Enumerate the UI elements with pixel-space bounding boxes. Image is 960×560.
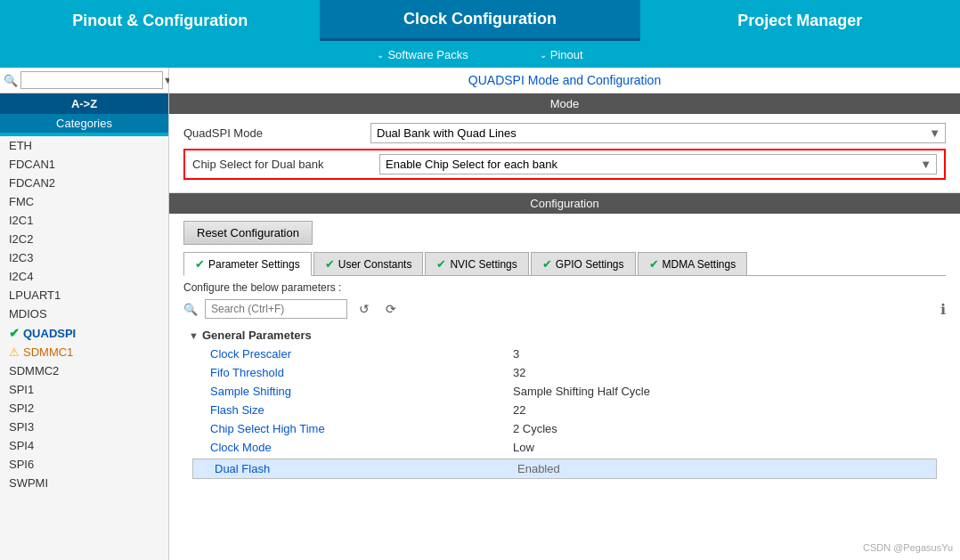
- tab-label: GPIO Settings: [556, 258, 624, 271]
- param-row[interactable]: Chip Select High Time2 Cycles: [183, 419, 946, 438]
- sidebar-item-lpuart1[interactable]: LPUART1: [0, 286, 168, 304]
- param-row[interactable]: Flash Size22: [183, 401, 946, 419]
- chip-select-row-highlighted: Chip Select for Dual bank Enable Chip Se…: [183, 149, 946, 180]
- param-row[interactable]: Clock ModeLow: [183, 438, 946, 457]
- tab-check-icon: ✔: [325, 257, 335, 271]
- top-navigation: Pinout & Configuration Clock Configurati…: [0, 0, 960, 41]
- tabs-bar: ✔Parameter Settings✔User Constants✔NVIC …: [183, 252, 946, 276]
- warning-icon: ⚠: [9, 345, 20, 359]
- nav-project[interactable]: Project Manager: [640, 0, 960, 41]
- tab-gpio-settings[interactable]: ✔GPIO Settings: [531, 252, 636, 275]
- mode-section: QuadSPI Mode Dual Bank with Quad Lines ▼…: [169, 114, 960, 193]
- content-title: QUADSPI Mode and Configuration: [169, 68, 960, 93]
- general-params-group: ▼ General Parameters Clock Prescaler3Fif…: [183, 326, 946, 479]
- param-value: 32: [513, 366, 525, 379]
- param-name: Dual Flash: [215, 462, 517, 475]
- quadspi-mode-select-wrapper: Dual Bank with Quad Lines ▼: [370, 123, 946, 143]
- config-section-header: Configuration: [169, 193, 960, 214]
- sidebar-item-spi3[interactable]: SPI3: [0, 418, 168, 436]
- quadspi-mode-row: QuadSPI Mode Dual Bank with Quad Lines ▼: [183, 123, 946, 143]
- sidebar-item-i2c3[interactable]: I2C3: [0, 248, 168, 267]
- param-name: Sample Shifting: [210, 385, 513, 398]
- tab-check-icon: ✔: [195, 257, 205, 271]
- param-name: Clock Prescaler: [210, 347, 513, 361]
- subnav-software-packs[interactable]: ⌄ Software Packs: [377, 48, 468, 61]
- tab-label: Parameter Settings: [208, 258, 300, 271]
- sidebar-item-sdmmc2[interactable]: SDMMC2: [0, 361, 168, 380]
- chevron-down-icon: ⌄: [540, 50, 547, 60]
- reset-config-button[interactable]: Reset Configuration: [183, 221, 313, 245]
- check-icon: ✔: [9, 326, 20, 340]
- quadspi-mode-select[interactable]: Dual Bank with Quad Lines: [370, 123, 946, 143]
- sidebar-item-fdcan1[interactable]: FDCAN1: [0, 155, 168, 174]
- sidebar-item-i2c4[interactable]: I2C4: [0, 267, 168, 286]
- nav-clock[interactable]: Clock Configuration: [320, 0, 639, 41]
- param-row[interactable]: Clock Prescaler3: [183, 345, 946, 363]
- param-row[interactable]: Sample ShiftingSample Shifting Half Cycl…: [183, 382, 946, 401]
- sidebar-search-area: 🔍 ▼: [0, 68, 168, 93]
- tab-label: NVIC Settings: [450, 258, 517, 271]
- tab-nvic-settings[interactable]: ✔NVIC Settings: [425, 252, 528, 275]
- param-name: Fifo Threshold: [210, 366, 513, 379]
- sidebar-list: ETHFDCAN1FDCAN2FMCI2C1I2C2I2C3I2C4LPUART…: [0, 136, 168, 560]
- sub-navigation: ⌄ Software Packs ⌄ Pinout: [0, 41, 960, 68]
- params-label: Configure the below parameters :: [183, 281, 946, 294]
- sidebar-search-input[interactable]: [20, 71, 163, 89]
- tab-check-icon: ✔: [542, 257, 552, 271]
- sidebar-item-i2c2[interactable]: I2C2: [0, 230, 168, 248]
- nav-pinout[interactable]: Pinout & Configuration: [0, 0, 320, 41]
- param-name: Flash Size: [210, 403, 513, 417]
- mode-section-header: Mode: [169, 93, 960, 114]
- sidebar-item-sdmmc1[interactable]: ⚠SDMMC1: [0, 343, 168, 361]
- config-section: Reset Configuration ✔Parameter Settings✔…: [169, 214, 960, 490]
- param-value: 2 Cycles: [513, 422, 557, 435]
- sidebar-item-fmc[interactable]: FMC: [0, 192, 168, 211]
- param-name: Clock Mode: [210, 441, 513, 454]
- watermark: CSDN @PegasusYu: [863, 542, 953, 553]
- chip-select-label: Chip Select for Dual bank: [192, 158, 379, 171]
- param-value: 22: [513, 403, 525, 417]
- info-icon: ℹ: [940, 301, 946, 318]
- general-params-header: ▼ General Parameters: [183, 326, 946, 345]
- tab-check-icon: ✔: [436, 257, 446, 271]
- param-value: Low: [513, 441, 534, 454]
- sidebar-item-spi2[interactable]: SPI2: [0, 399, 168, 418]
- subnav-pinout[interactable]: ⌄ Pinout: [540, 48, 583, 61]
- sidebar-item-swpmi[interactable]: SWPMI: [0, 474, 168, 492]
- tab-label: MDMA Settings: [663, 258, 736, 271]
- main-layout: 🔍 ▼ A->Z Categories ETHFDCAN1FDCAN2FMCI2…: [0, 68, 960, 560]
- tab-parameter-settings[interactable]: ✔Parameter Settings: [183, 252, 312, 276]
- param-name: Chip Select High Time: [210, 422, 513, 435]
- sidebar-az-button[interactable]: A->Z: [0, 93, 168, 114]
- tab-label: User Constants: [338, 258, 412, 271]
- params-search-input[interactable]: [205, 299, 347, 319]
- search-icon: 🔍: [183, 303, 198, 316]
- sidebar: 🔍 ▼ A->Z Categories ETHFDCAN1FDCAN2FMCI2…: [0, 68, 169, 560]
- sidebar-item-fdcan2[interactable]: FDCAN2: [0, 174, 168, 192]
- search-icon: 🔍: [4, 74, 18, 87]
- sidebar-item-eth[interactable]: ETH: [0, 136, 168, 155]
- general-params-label: General Parameters: [202, 329, 312, 342]
- sidebar-item-quadspi[interactable]: ✔QUADSPI: [0, 323, 168, 343]
- chip-select-wrapper: Enable Chip Select for each bank ▼: [379, 154, 937, 174]
- sidebar-item-spi4[interactable]: SPI4: [0, 436, 168, 455]
- refresh-icon[interactable]: ↺: [354, 299, 374, 319]
- param-rows: Clock Prescaler3Fifo Threshold32Sample S…: [183, 345, 946, 479]
- sidebar-categories-button[interactable]: Categories: [0, 114, 168, 133]
- param-value: Enabled: [517, 462, 560, 475]
- sidebar-item-i2c1[interactable]: I2C1: [0, 211, 168, 230]
- param-value: Sample Shifting Half Cycle: [513, 385, 650, 398]
- params-toolbar: 🔍 ↺ ⟳ ℹ: [183, 299, 946, 319]
- quadspi-mode-label: QuadSPI Mode: [183, 126, 370, 140]
- sidebar-item-mdios[interactable]: MDIOS: [0, 304, 168, 323]
- tab-user-constants[interactable]: ✔User Constants: [313, 252, 424, 275]
- sidebar-item-spi1[interactable]: SPI1: [0, 380, 168, 399]
- param-row[interactable]: Fifo Threshold32: [183, 363, 946, 382]
- collapse-icon[interactable]: ▼: [189, 330, 199, 341]
- param-row[interactable]: Dual FlashEnabled: [192, 459, 937, 479]
- chevron-down-icon: ⌄: [377, 50, 384, 60]
- sync-icon[interactable]: ⟳: [381, 299, 401, 319]
- tab-mdma-settings[interactable]: ✔MDMA Settings: [638, 252, 748, 275]
- sidebar-item-spi6[interactable]: SPI6: [0, 455, 168, 474]
- chip-select-select[interactable]: Enable Chip Select for each bank: [379, 154, 937, 174]
